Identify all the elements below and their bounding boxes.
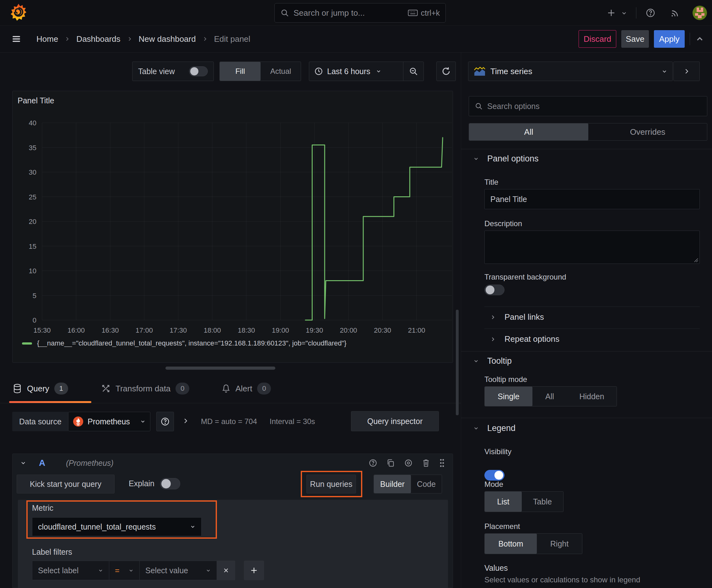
breadcrumb-new-dashboard[interactable]: New dashboard	[139, 34, 196, 44]
timeseries-chart: 051015202530354015:3016:0016:3017:0017:3…	[13, 110, 453, 339]
panel-resize-handle[interactable]	[166, 366, 275, 370]
chevron-down-icon	[128, 568, 134, 573]
panel-links-header[interactable]: Panel links	[490, 312, 544, 322]
menu-icon[interactable]	[11, 34, 22, 44]
panel-options-header[interactable]: Panel options	[473, 154, 539, 164]
title-input[interactable]	[490, 195, 694, 204]
select-value-dropdown[interactable]: Select value	[140, 561, 217, 580]
query-inspector-button[interactable]: Query inspector	[351, 411, 439, 431]
legend-series-label[interactable]: {__name__="cloudflared_tunnel_total_requ…	[37, 339, 347, 348]
fill-option[interactable]: Fill	[220, 62, 261, 81]
operator-dropdown[interactable]: =	[109, 561, 140, 580]
tab-all[interactable]: All	[469, 123, 588, 141]
delete-query-trash-icon[interactable]	[422, 459, 430, 467]
collapse-query-chevron-icon[interactable]	[20, 460, 26, 466]
expand-row-chevron-icon[interactable]	[182, 417, 189, 424]
legend-header[interactable]: Legend	[473, 423, 516, 433]
top-bar: Search or jump to... ctrl+k	[0, 0, 712, 26]
explain-label: Explain	[129, 479, 154, 488]
chevron-down-icon	[473, 358, 479, 364]
tab-transform[interactable]: Transform data 0	[101, 376, 189, 401]
datasource-row: Data source Prometheus MD = auto = 704 I…	[0, 410, 461, 435]
chevron-right-icon	[490, 336, 496, 342]
save-button[interactable]: Save	[621, 30, 649, 48]
label-filter-row: Select label = Select value	[32, 561, 264, 580]
chevron-down-icon	[98, 568, 103, 573]
apply-button[interactable]: Apply	[654, 30, 685, 48]
chart-legend[interactable]: {__name__="cloudflared_tunnel_total_requ…	[22, 339, 347, 348]
global-search[interactable]: Search or jump to... ctrl+k	[274, 3, 446, 23]
refresh-button[interactable]	[436, 62, 456, 81]
time-range-label: Last 6 hours	[327, 67, 370, 76]
mode-list-option[interactable]: List	[485, 491, 522, 512]
tooltip-single-option[interactable]: Single	[485, 387, 533, 406]
select-label-dropdown[interactable]: Select label	[32, 561, 109, 580]
collapse-up-icon[interactable]	[695, 34, 705, 44]
code-option[interactable]: Code	[411, 475, 442, 493]
options-search-input[interactable]	[487, 102, 701, 111]
breadcrumb-home[interactable]: Home	[37, 34, 58, 44]
query-help-icon[interactable]	[369, 459, 377, 467]
tab-overrides[interactable]: Overrides	[588, 123, 707, 141]
datasource-picker[interactable]: Prometheus	[68, 412, 150, 431]
add-button[interactable]	[606, 8, 616, 18]
time-range-picker[interactable]: Last 6 hours	[309, 62, 403, 81]
metric-select[interactable]: cloudflared_tunnel_total_requests	[32, 517, 201, 536]
placement-right-option[interactable]: Right	[537, 534, 582, 554]
tab-query-underline	[9, 401, 91, 403]
news-rss-icon[interactable]	[670, 8, 680, 18]
duplicate-query-icon[interactable]	[386, 459, 395, 467]
tab-query[interactable]: Query 1	[13, 376, 68, 401]
database-icon	[13, 383, 22, 394]
breadcrumb-dashboards[interactable]: Dashboards	[76, 34, 120, 44]
panel-title[interactable]: Panel Title	[18, 96, 54, 105]
tooltip-all-option[interactable]: All	[533, 387, 567, 406]
svg-text:19:00: 19:00	[272, 327, 289, 334]
left-scrollbar-thumb[interactable]	[456, 310, 459, 415]
query-toolbar: Kick start your query Explain Run querie…	[13, 474, 453, 494]
toggle-visibility-eye-icon[interactable]	[404, 459, 413, 467]
description-textarea[interactable]	[484, 231, 700, 264]
tab-alert[interactable]: Alert 0	[222, 376, 271, 401]
svg-text:20: 20	[29, 218, 37, 226]
tooltip-hidden-option[interactable]: Hidden	[567, 387, 617, 406]
add-filter-button[interactable]	[244, 561, 264, 580]
run-queries-button[interactable]: Run queries	[306, 475, 356, 493]
viz-picker[interactable]: Time series	[468, 62, 673, 81]
tab-transform-badge: 0	[175, 383, 189, 395]
grafana-logo[interactable]	[11, 4, 26, 21]
table-view-toggle[interactable]	[189, 66, 208, 76]
svg-text:18:30: 18:30	[238, 327, 255, 334]
transparent-toggle[interactable]	[484, 285, 504, 295]
datasource-help-button[interactable]	[156, 412, 174, 431]
mode-label: Mode	[484, 480, 503, 489]
visibility-toggle[interactable]	[484, 470, 504, 481]
placement-bottom-option[interactable]: Bottom	[485, 534, 537, 554]
tooltip-header[interactable]: Tooltip	[473, 356, 512, 366]
editor-tabs: Query 1 Transform data 0 Alert 0	[0, 376, 461, 403]
kickstart-button[interactable]: Kick start your query	[17, 475, 114, 493]
title-input-wrap[interactable]	[484, 189, 700, 209]
add-chevron-down-icon[interactable]	[621, 10, 627, 16]
stats-max-datapoints: MD = auto = 704	[201, 417, 257, 426]
zoom-out-button[interactable]	[404, 62, 424, 81]
legend-mode-segment: List Table	[484, 491, 563, 512]
datasource-value: Prometheus	[88, 417, 136, 426]
explain-toggle[interactable]	[160, 478, 180, 489]
query-header: A (Prometheus)	[13, 454, 453, 472]
discard-button[interactable]: Discard	[579, 30, 616, 48]
avatar[interactable]	[693, 6, 707, 20]
collapse-options-button[interactable]	[673, 62, 700, 81]
mode-table-option[interactable]: Table	[522, 491, 563, 512]
actual-option[interactable]: Actual	[261, 62, 301, 81]
options-search[interactable]	[469, 96, 707, 116]
builder-option[interactable]: Builder	[374, 475, 411, 493]
tooltip-mode-label: Tooltip mode	[484, 375, 527, 384]
query-ref-id[interactable]: A	[39, 458, 45, 468]
help-icon[interactable]	[645, 8, 655, 18]
svg-text:10: 10	[29, 267, 37, 275]
drag-handle-icon[interactable]	[439, 458, 445, 468]
repeat-options-header[interactable]: Repeat options	[490, 334, 559, 344]
repeat-options-title: Repeat options	[504, 334, 559, 344]
remove-filter-button[interactable]	[217, 561, 235, 580]
